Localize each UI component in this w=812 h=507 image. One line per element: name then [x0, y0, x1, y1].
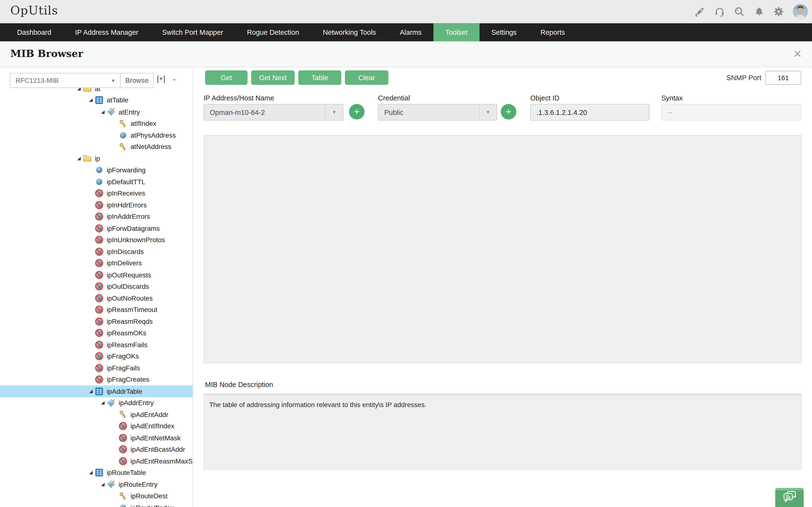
tree-node-label: ipAdEntIfIndex — [131, 422, 174, 430]
tree-node-ipInHdrErrors[interactable]: ipInHdrErrors — [0, 199, 193, 211]
expand-arrow-icon[interactable] — [75, 157, 83, 160]
tree-node-ipRouteTable[interactable]: ipRouteTable — [0, 467, 193, 478]
tree-node-ipOutRequests[interactable]: ipOutRequests — [0, 269, 193, 281]
tree-node-label: ipReasmTimeout — [107, 306, 157, 314]
expand-arrow-icon[interactable] — [87, 99, 95, 102]
readonly-icon — [95, 212, 103, 221]
tree-node-label: ipAdEntNetMask — [131, 434, 181, 442]
clear-button[interactable]: Clear — [345, 70, 388, 85]
tree-node-ipReasmReqds[interactable]: ipReasmReqds — [0, 316, 193, 327]
tree-node-ipReasmTimeout[interactable]: ipReasmTimeout — [0, 304, 193, 316]
tree-node-label: at — [95, 88, 100, 93]
table-icon — [95, 387, 103, 395]
expand-all-button[interactable]: [+] — [157, 74, 165, 83]
mib-node-description-label: MIB Node Description — [205, 381, 273, 388]
tab-switch-port-mapper[interactable]: Switch Port Mapper — [150, 23, 235, 41]
top-bar: OpUtils — [0, 0, 812, 23]
tree-node-ipForwDatagrams[interactable]: ipForwDatagrams — [0, 222, 193, 234]
tree-node-ipAdEntNetMask[interactable]: ipAdEntNetMask — [0, 432, 193, 444]
tree-node-ipAdEntBcastAddr[interactable]: ipAdEntBcastAddr — [0, 444, 193, 455]
tree-node-ipAdEntIfIndex[interactable]: ipAdEntIfIndex — [0, 420, 193, 432]
tree-node-label: ipOutDiscards — [107, 283, 149, 290]
get-button[interactable]: Get — [205, 70, 248, 85]
tree-node-at[interactable]: at — [0, 88, 193, 95]
user-avatar[interactable] — [793, 4, 808, 19]
key-icon — [119, 492, 128, 500]
add-device-button[interactable]: + — [349, 104, 364, 119]
close-icon[interactable]: × — [794, 44, 802, 63]
tree-node-label: ipAdEntAddr — [131, 411, 168, 418]
tree-node-ipFragCreates[interactable]: ipFragCreates — [0, 374, 193, 385]
tree-node-ipFragFails[interactable]: ipFragFails — [0, 362, 193, 374]
snmp-port-group: SNMP Port — [726, 71, 801, 85]
mib-module-value: RFC1213-MIB — [15, 76, 58, 84]
chat-button[interactable] — [775, 488, 804, 507]
mib-node-description-text: The table of addressing information rele… — [203, 394, 802, 470]
tree-node-ipAdEntReasmMaxSize[interactable]: ipAdEntReasmMaxSize — [0, 455, 193, 467]
gear-icon[interactable] — [773, 6, 784, 17]
headset-icon[interactable] — [714, 6, 725, 17]
tree-node-ipReasmOKs[interactable]: ipReasmOKs — [0, 327, 193, 339]
tree-node-ipRouteIfIndex[interactable]: ipRouteIfIndex — [0, 502, 193, 507]
expand-arrow-icon[interactable] — [98, 401, 107, 405]
tab-reports[interactable]: Reports — [528, 23, 577, 41]
tree-node-ipDefaultTTL[interactable]: ipDefaultTTL — [0, 176, 193, 187]
tree-node-ipInDelivers[interactable]: ipInDelivers — [0, 258, 193, 269]
add-credential-button[interactable]: + — [501, 104, 516, 119]
tree-node-ipReasmFails[interactable]: ipReasmFails — [0, 339, 193, 350]
mib-tree-rows: atatTableatEntryatIfIndexatPhysAddressat… — [0, 88, 193, 507]
get-next-button[interactable]: Get Next — [251, 70, 295, 85]
tree-node-label: ipFragFails — [107, 364, 140, 372]
tab-toolset[interactable]: Toolset — [434, 23, 479, 41]
expand-arrow-icon[interactable] — [98, 110, 107, 114]
tree-node-ipOutDiscards[interactable]: ipOutDiscards — [0, 281, 193, 292]
snmp-port-input[interactable] — [765, 71, 801, 85]
tree-node-ipRouteEntry[interactable]: ipRouteEntry — [0, 478, 193, 490]
tree-node-ipRouteDest[interactable]: ipRouteDest — [0, 490, 193, 502]
tree-node-ipInUnknownProtos[interactable]: ipInUnknownProtos — [0, 234, 193, 246]
tree-node-atEntry[interactable]: atEntry — [0, 106, 193, 118]
tab-alarms[interactable]: Alarms — [388, 23, 434, 41]
tab-settings[interactable]: Settings — [479, 23, 528, 41]
tree-node-ipFragOKs[interactable]: ipFragOKs — [0, 350, 193, 362]
browse-button[interactable]: Browse — [120, 73, 154, 88]
object-id-field[interactable]: .1.3.6.1.2.1.4.20 — [530, 104, 649, 121]
search-icon[interactable] — [734, 6, 745, 17]
tree-node-ipOutNoRoutes[interactable]: ipOutNoRoutes — [0, 292, 193, 304]
tree-node-ipForwarding[interactable]: ipForwarding — [0, 164, 193, 176]
tree-node-ipAddrEntry[interactable]: ipAddrEntry — [0, 397, 193, 409]
tree-node-label: ipRouteIfIndex — [131, 504, 174, 507]
tree-node-ipInAddrErrors[interactable]: ipInAddrErrors — [0, 211, 193, 222]
expand-arrow-icon[interactable] — [87, 389, 95, 393]
ip-address-select[interactable]: Opman-m10-64-2 ▼ — [203, 104, 343, 121]
folder-icon — [83, 88, 92, 93]
tree-node-ipInDiscards[interactable]: ipInDiscards — [0, 246, 193, 258]
readonly-icon — [95, 189, 103, 198]
expand-arrow-icon[interactable] — [75, 88, 83, 90]
table-button[interactable]: Table — [298, 70, 341, 85]
tree-node-label: ipInDelivers — [107, 259, 142, 267]
tree-node-atTable[interactable]: atTable — [0, 95, 193, 106]
snmp-port-label: SNMP Port — [726, 74, 761, 81]
tree-node-ipAddrTable[interactable]: ipAddrTable — [0, 385, 193, 397]
tree-node-atIfIndex[interactable]: atIfIndex — [0, 118, 193, 129]
expand-arrow-icon[interactable] — [87, 471, 95, 475]
tree-node-label: ipInDiscards — [107, 248, 144, 256]
tree-node-label: ip — [95, 155, 100, 162]
tab-rogue-detection[interactable]: Rogue Detection — [235, 23, 311, 41]
rocket-icon[interactable] — [695, 6, 705, 17]
tree-node-ip[interactable]: ip — [0, 153, 193, 164]
expand-arrow-icon[interactable] — [98, 483, 107, 486]
tab-networking-tools[interactable]: Networking Tools — [311, 23, 388, 41]
tree-node-ipInReceives[interactable]: ipInReceives — [0, 187, 193, 199]
bell-icon[interactable] — [754, 6, 764, 17]
tree-node-ipAdEntAddr[interactable]: ipAdEntAddr — [0, 409, 193, 420]
tab-dashboard[interactable]: Dashboard — [5, 23, 63, 41]
tree-node-label: atIfIndex — [131, 120, 156, 127]
credential-select[interactable]: Public ▼ — [378, 104, 497, 121]
collapse-all-button[interactable]: - — [173, 74, 176, 83]
tab-ip-address-manager[interactable]: IP Address Manager — [63, 23, 150, 41]
tree-node-atPhysAddress[interactable]: atPhysAddress — [0, 129, 193, 141]
mib-module-select[interactable]: RFC1213-MIB ▼ — [10, 73, 121, 88]
tree-node-atNetAddress[interactable]: atNetAddress — [0, 141, 193, 153]
